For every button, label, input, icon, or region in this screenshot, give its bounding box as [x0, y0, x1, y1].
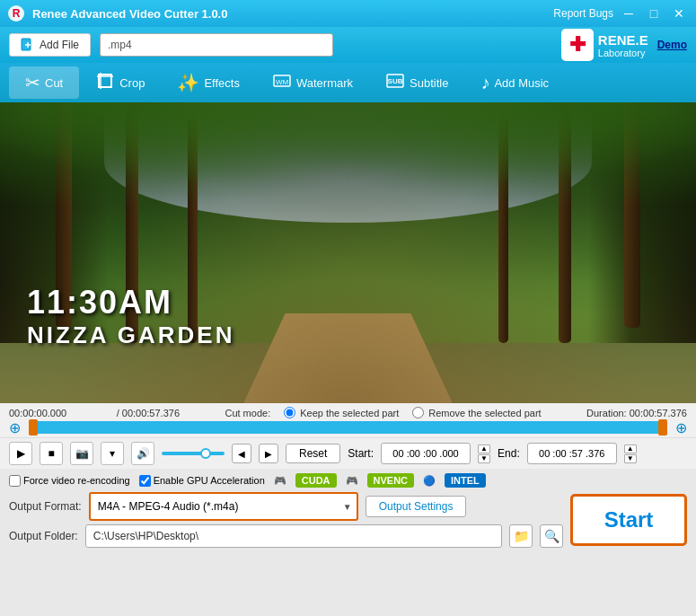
gpu-row: Force video re-encoding Enable GPU Accel… — [9, 473, 687, 488]
end-time-spinner[interactable]: ▲ ▼ — [624, 444, 637, 463]
bottom-panel: Force video re-encoding Enable GPU Accel… — [0, 469, 696, 552]
crop-label: Crop — [119, 76, 145, 90]
timeline-handle-left[interactable] — [29, 419, 38, 436]
intel-icon: 🔵 — [423, 475, 436, 487]
effects-label: Effects — [204, 76, 240, 90]
restore-button[interactable]: □ — [644, 6, 664, 21]
report-bugs-label: Report Bugs — [553, 7, 613, 20]
mute-icon: 🔊 — [137, 447, 150, 460]
search-icon: 🔍 — [544, 529, 559, 543]
timeline-expand-left-icon[interactable]: ⊕ — [9, 419, 21, 436]
add-file-icon — [21, 38, 35, 52]
mute-button[interactable]: 🔊 — [131, 442, 154, 465]
volume-slider[interactable] — [162, 452, 225, 455]
file-path-input[interactable] — [100, 33, 333, 57]
play-button[interactable]: ▶ — [9, 442, 32, 465]
tool-crop[interactable]: Crop — [79, 66, 161, 101]
gpu-accel-group[interactable]: Enable GPU Acceleration — [139, 475, 265, 487]
keep-label: Keep the selected part — [300, 408, 399, 418]
add-music-icon: ♪ — [480, 73, 489, 93]
add-file-button[interactable]: Add File — [9, 33, 91, 57]
cuda-badge: CUDA — [295, 473, 337, 488]
start-time-label: Start: — [348, 447, 374, 460]
reset-button[interactable]: Reset — [286, 444, 340, 463]
crop-icon — [95, 71, 115, 95]
timeline-expand-right-icon[interactable]: ⊕ — [675, 419, 687, 436]
browse-button[interactable]: 📁 — [509, 524, 533, 548]
screenshot-arrow-button[interactable]: ▾ — [101, 442, 124, 465]
app-title: Renee Advanced Video Cutter 1.0.0 — [32, 7, 553, 21]
folder-row: Output Folder: 📁 🔍 — [9, 524, 563, 548]
timeline-track[interactable] — [29, 421, 667, 434]
cut-icon: ✂ — [25, 72, 40, 93]
start-time-spinner[interactable]: ▲ ▼ — [478, 444, 490, 463]
video-area: 11:30AM NIZZA GARDEN — [0, 102, 696, 403]
minimize-button[interactable]: ─ — [619, 6, 639, 21]
end-time-up[interactable]: ▲ — [624, 444, 637, 453]
end-time-input[interactable] — [527, 443, 617, 464]
force-reencode-label: Force video re-encoding — [23, 475, 130, 486]
format-row: Output Format: M4A - MPEG-4 Audio (*.m4a… — [9, 492, 563, 521]
start-time-up[interactable]: ▲ — [478, 444, 490, 453]
keep-radio-group[interactable]: Keep the selected part — [284, 407, 399, 418]
start-button[interactable]: Start — [570, 494, 687, 546]
video-location: NIZZA GARDEN — [27, 321, 234, 349]
gpu-accel-checkbox[interactable] — [139, 475, 151, 487]
force-reencode-group[interactable]: Force video re-encoding — [9, 475, 130, 487]
screenshot-button[interactable]: 📷 — [70, 442, 93, 465]
remove-label: Remove the selected part — [428, 408, 541, 418]
start-time-input[interactable] — [381, 443, 471, 464]
svg-text:R: R — [13, 7, 21, 20]
stop-button[interactable]: ■ — [40, 442, 63, 465]
cut-mode-label: Cut mode: — [225, 408, 270, 418]
remove-radio[interactable] — [412, 407, 424, 418]
tool-cut[interactable]: ✂ Cut — [9, 66, 79, 99]
tool-effects[interactable]: ✨ Effects — [161, 66, 256, 99]
logo-name-line2: Laboratory — [598, 48, 648, 58]
close-button[interactable]: ✕ — [669, 6, 689, 21]
timeline-handle-right[interactable] — [658, 419, 667, 436]
remove-radio-group[interactable]: Remove the selected part — [412, 407, 541, 418]
seek-back-button[interactable]: ◀ — [232, 444, 251, 463]
search-button[interactable]: 🔍 — [540, 524, 563, 548]
force-reencode-checkbox[interactable] — [9, 475, 21, 487]
volume-thumb — [200, 448, 211, 459]
end-time-label: End: — [498, 447, 520, 460]
add-music-label: Add Music — [494, 76, 549, 90]
watermark-icon: WM — [272, 71, 292, 95]
browse-icon: 📁 — [514, 529, 529, 543]
nvenc-badge: NVENC — [367, 473, 415, 488]
video-canvas: 11:30AM NIZZA GARDEN — [0, 102, 696, 403]
format-label: Output Format: — [9, 500, 82, 513]
time-separator: / 00:00:57.376 — [117, 408, 180, 418]
format-select[interactable]: M4A - MPEG-4 Audio (*.m4a) MP4 - MPEG-4 … — [91, 494, 357, 519]
tool-add-music[interactable]: ♪ Add Music — [464, 67, 565, 99]
video-time: 11:30AM — [27, 284, 234, 321]
add-file-label: Add File — [40, 39, 79, 51]
folder-label: Output Folder: — [9, 530, 78, 542]
demo-link[interactable]: Demo — [657, 39, 687, 51]
cut-label: Cut — [45, 76, 63, 90]
output-settings-button[interactable]: Output Settings — [366, 496, 467, 517]
timeline-area: 00:00:00.000 / 00:00:57.376 Cut mode: Ke… — [0, 403, 696, 437]
seek-fwd-button[interactable]: ▶ — [259, 444, 278, 463]
timeline-outer: ⊕ ⊕ — [9, 421, 687, 434]
gpu-accel-label: Enable GPU Acceleration — [154, 475, 265, 486]
nvenc-icon: 🎮 — [346, 475, 358, 487]
svg-text:SUB: SUB — [388, 77, 403, 85]
watermark-label: Watermark — [296, 76, 353, 90]
end-time-down[interactable]: ▼ — [624, 454, 637, 463]
tool-subtitle[interactable]: SUB Subtitle — [369, 66, 464, 101]
start-time-down[interactable]: ▼ — [478, 454, 490, 463]
folder-path-input[interactable] — [85, 524, 502, 548]
tool-watermark[interactable]: WM Watermark — [256, 66, 369, 101]
subtitle-icon: SUB — [385, 71, 405, 95]
canopy — [0, 102, 696, 268]
video-text-overlay: 11:30AM NIZZA GARDEN — [27, 284, 234, 349]
bottom-row: Output Format: M4A - MPEG-4 Audio (*.m4a… — [9, 492, 687, 548]
format-folder-area: Output Format: M4A - MPEG-4 Audio (*.m4a… — [9, 492, 563, 548]
subtitle-label: Subtitle — [410, 76, 448, 90]
title-bar: R Renee Advanced Video Cutter 1.0.0 Repo… — [0, 0, 696, 27]
keep-radio[interactable] — [284, 407, 295, 418]
duration-label: Duration: 00:00:57.376 — [586, 408, 687, 418]
